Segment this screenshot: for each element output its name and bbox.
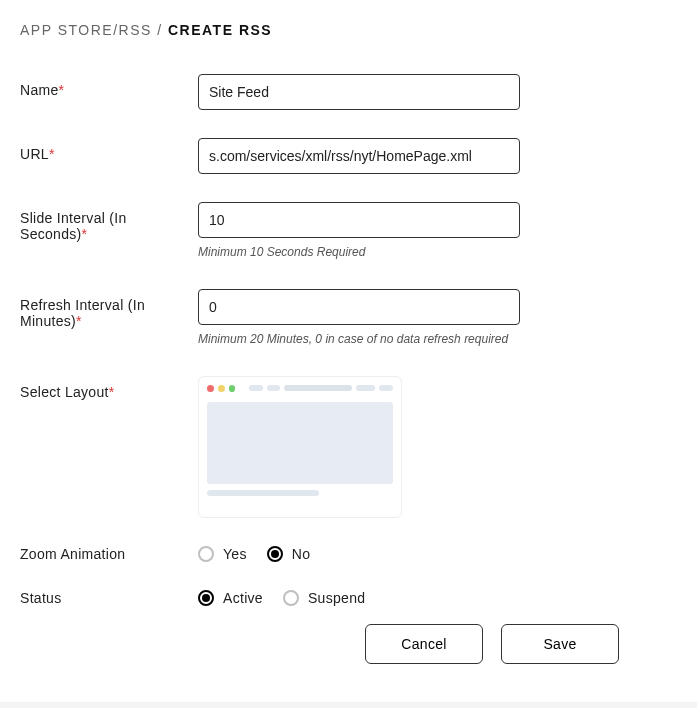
- layout-titlebar: [207, 385, 393, 392]
- zoom-animation-label: Zoom Animation: [20, 546, 198, 562]
- traffic-light-green-icon: [229, 385, 236, 392]
- select-layout-label: Select Layout*: [20, 376, 198, 400]
- status-active[interactable]: Active: [198, 590, 263, 606]
- traffic-light-red-icon: [207, 385, 214, 392]
- layout-preview-body: [207, 402, 393, 484]
- refresh-interval-hint: Minimum 20 Minutes, 0 in case of no data…: [198, 331, 520, 348]
- radio-icon: [283, 590, 299, 606]
- radio-label: Active: [223, 590, 263, 606]
- radio-icon: [267, 546, 283, 562]
- refresh-interval-label: Refresh Interval (In Minutes)*: [20, 289, 198, 329]
- name-input[interactable]: [198, 74, 520, 110]
- slide-interval-input[interactable]: [198, 202, 520, 238]
- layout-option-card[interactable]: [198, 376, 402, 518]
- breadcrumb-parent[interactable]: APP STORE/RSS: [20, 22, 152, 38]
- status-suspend[interactable]: Suspend: [283, 590, 365, 606]
- slide-interval-label: Slide Interval (In Seconds)*: [20, 202, 198, 242]
- refresh-interval-input[interactable]: [198, 289, 520, 325]
- zoom-animation-no[interactable]: No: [267, 546, 311, 562]
- breadcrumb-current: CREATE RSS: [168, 22, 272, 38]
- footer-strip: [0, 702, 697, 708]
- radio-icon: [198, 546, 214, 562]
- save-button[interactable]: Save: [501, 624, 619, 664]
- breadcrumb: APP STORE/RSS / CREATE RSS: [20, 22, 677, 38]
- url-input[interactable]: [198, 138, 520, 174]
- traffic-light-yellow-icon: [218, 385, 225, 392]
- name-label: Name*: [20, 74, 198, 98]
- status-label: Status: [20, 590, 198, 606]
- radio-icon: [198, 590, 214, 606]
- radio-label: Yes: [223, 546, 247, 562]
- radio-label: Suspend: [308, 590, 365, 606]
- cancel-button[interactable]: Cancel: [365, 624, 483, 664]
- slide-interval-hint: Minimum 10 Seconds Required: [198, 244, 520, 261]
- url-label: URL*: [20, 138, 198, 162]
- layout-preview-line: [207, 490, 319, 496]
- radio-label: No: [292, 546, 311, 562]
- zoom-animation-yes[interactable]: Yes: [198, 546, 247, 562]
- breadcrumb-sep: /: [152, 22, 168, 38]
